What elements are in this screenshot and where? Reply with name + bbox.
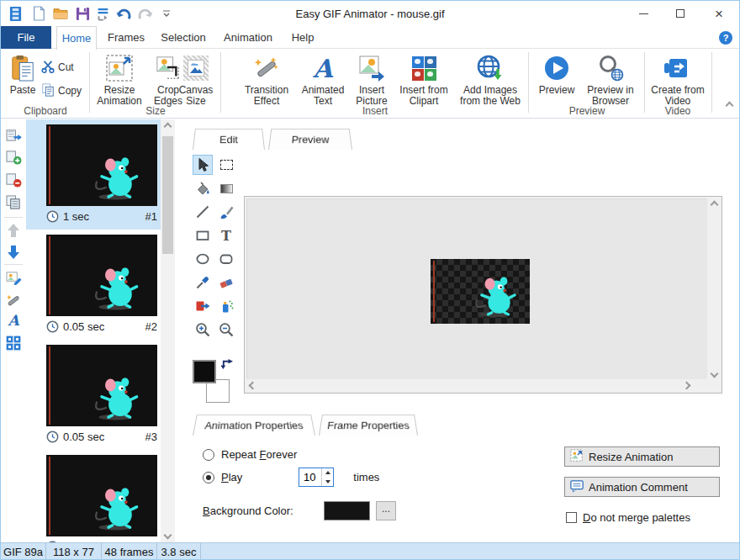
frame-text-icon[interactable]: A (5, 312, 22, 329)
preview-button[interactable]: Preview (534, 51, 579, 96)
collapse-ribbon-icon[interactable] (727, 98, 732, 111)
canvas-vertical-scrollbar[interactable] (707, 198, 721, 381)
play-option[interactable]: Play times (203, 471, 379, 483)
preview-icon (543, 53, 570, 83)
tab-frame-properties[interactable]: Frame Properties (319, 415, 418, 436)
animation-background-color-swatch[interactable] (324, 501, 370, 520)
background-color-browse-button[interactable]: ... (376, 501, 396, 520)
tab-preview-view[interactable]: Preview (268, 129, 352, 150)
duplicate-frame-icon[interactable] (5, 194, 22, 211)
group-preview: Preview Preview in Browser Preview (531, 50, 643, 119)
frame-effect-icon[interactable] (5, 292, 22, 309)
copy-button[interactable]: Copy (41, 82, 82, 100)
add-images-web-button[interactable]: Add Images from the Web (453, 51, 527, 107)
transition-effect-button[interactable]: Transition Effect (240, 51, 293, 107)
canvas-horizontal-scrollbar[interactable] (246, 379, 708, 392)
move-frame-down-icon[interactable] (5, 244, 22, 261)
frame-list-item[interactable]: 0.05 sec #4 (26, 450, 161, 542)
tool-zoom-out[interactable] (216, 320, 236, 340)
group-size: Resize Animation Crop Edges Canvas Size … (92, 50, 219, 119)
resize-animation-panel-button[interactable]: Resize Animation (564, 446, 720, 467)
insert-picture-button[interactable]: Insert Picture (351, 51, 393, 107)
swap-colors-icon[interactable] (221, 357, 234, 372)
scroll-up-icon[interactable] (161, 119, 175, 134)
delete-frame-icon[interactable] (5, 172, 22, 188)
tab-help[interactable]: Help (285, 26, 320, 49)
frame-thumbnail (46, 124, 157, 206)
frame-thumbnail (46, 235, 157, 316)
frame-list-item[interactable]: 0.05 sec #3 (26, 340, 161, 450)
frame-thumbnail (46, 345, 157, 426)
insert-from-clipart-button[interactable]: Insert from Clipart (393, 51, 455, 107)
create-from-video-label: Create from Video (647, 85, 709, 107)
edit-frame-icon[interactable] (5, 269, 22, 286)
cut-button[interactable]: Cut (41, 58, 74, 77)
canvas-workspace[interactable] (246, 198, 708, 380)
group-video: Create from Video Video (647, 50, 709, 119)
tool-rounded-rectangle[interactable] (216, 249, 236, 269)
add-frame-icon[interactable] (5, 149, 22, 166)
frame-list-item[interactable]: 1 sec #1 (26, 119, 161, 230)
play-times-spinner[interactable] (299, 468, 334, 487)
scroll-up-icon[interactable] (707, 198, 721, 212)
animated-text-button[interactable]: A Animated Text (299, 51, 347, 107)
foreground-color-swatch[interactable] (193, 360, 216, 383)
tool-line[interactable] (193, 202, 213, 222)
tool-cursor[interactable] (193, 155, 213, 175)
tool-brush[interactable] (216, 202, 236, 222)
tab-animation-properties[interactable]: Animation Properties (193, 415, 315, 436)
play-times-input[interactable] (299, 468, 321, 486)
frame-list-item[interactable]: 0.05 sec #2 (26, 230, 161, 340)
resize-animation-button[interactable]: Resize Animation (95, 51, 144, 107)
spinner-up-icon[interactable] (321, 468, 333, 477)
repeat-forever-option[interactable]: Repeat Forever (203, 448, 297, 461)
add-images-web-label: Add Images from the Web (453, 85, 527, 107)
tool-fill[interactable] (193, 178, 213, 198)
scroll-right-icon[interactable] (679, 379, 693, 392)
tab-animation[interactable]: Animation (216, 26, 280, 49)
tool-rectangle[interactable] (193, 225, 213, 246)
repeat-forever-radio[interactable] (203, 449, 214, 461)
scrollbar-thumb[interactable] (162, 136, 173, 254)
canvas-size-button[interactable]: Canvas Size (174, 51, 218, 107)
manage-frames-grid-icon[interactable] (5, 335, 22, 351)
scroll-down-icon[interactable] (707, 367, 721, 381)
tool-eraser[interactable] (216, 272, 236, 293)
tab-home[interactable]: Home (56, 26, 97, 50)
tab-file[interactable]: File (1, 26, 51, 49)
animation-comment-button[interactable]: Animation Comment (564, 477, 720, 497)
scroll-left-icon[interactable] (246, 379, 259, 392)
close-button[interactable]: × (704, 1, 734, 26)
maximize-button[interactable] (665, 1, 695, 26)
clock-icon (46, 210, 59, 223)
minimize-button[interactable] (628, 1, 658, 26)
play-label: Play (221, 471, 242, 483)
tool-spray[interactable] (216, 296, 236, 316)
tool-text[interactable]: T (216, 225, 236, 246)
tool-color-picker[interactable] (193, 272, 213, 293)
tool-ellipse[interactable] (193, 249, 213, 269)
extract-frames-icon[interactable] (5, 126, 22, 143)
play-radio[interactable] (203, 472, 214, 483)
scroll-down-icon[interactable] (161, 528, 175, 542)
tool-gradient[interactable] (216, 178, 236, 198)
frame-list-scrollbar[interactable] (161, 119, 175, 542)
tab-edit[interactable]: Edit (193, 129, 265, 150)
frame-canvas-image[interactable] (431, 259, 530, 324)
merge-palettes-checkbox[interactable] (566, 512, 577, 523)
merge-palettes-option[interactable]: Do not merge palettes (566, 511, 690, 524)
animation-comment-label: Animation Comment (589, 481, 688, 494)
preview-in-browser-button[interactable]: Preview in Browser (583, 51, 638, 107)
tab-frames[interactable]: Frames (102, 26, 151, 49)
tool-zoom-in[interactable] (193, 320, 213, 340)
properties-panel: Animation Properties Frame Properties Re… (181, 409, 729, 542)
help-icon[interactable]: ? (719, 31, 732, 45)
create-from-video-button[interactable]: Create from Video (647, 51, 709, 107)
tool-replace-color[interactable] (193, 296, 213, 316)
spinner-down-icon[interactable] (321, 478, 333, 486)
move-frame-up-icon (5, 222, 22, 239)
paste-button[interactable]: Paste (4, 51, 41, 96)
preview-in-browser-icon (597, 53, 624, 83)
tool-select-region[interactable] (216, 155, 236, 175)
tab-selection[interactable]: Selection (156, 26, 211, 49)
